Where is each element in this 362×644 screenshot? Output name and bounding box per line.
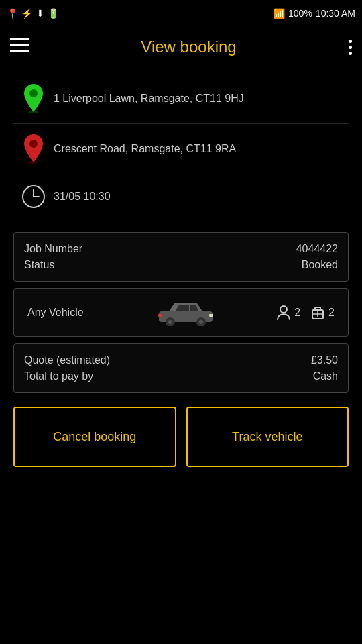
track-vehicle-button[interactable]: Track vehicle: [186, 407, 349, 467]
passengers-meta: 2: [276, 305, 300, 321]
svg-point-17: [280, 306, 287, 313]
svg-point-12: [168, 320, 172, 324]
dropoff-icon: [13, 134, 54, 164]
wifi-icon: 📶: [274, 8, 285, 19]
more-button[interactable]: [349, 40, 352, 55]
dropoff-row: Crescent Road, Ramsgate, CT11 9RA: [13, 124, 349, 174]
cancel-booking-button[interactable]: Cancel booking: [13, 407, 176, 467]
time-display: 10:30 AM: [316, 8, 355, 19]
quote-card: Quote (estimated) £3.50 Total to pay by …: [13, 343, 349, 393]
job-number-label: Job Number: [24, 243, 82, 255]
status-bar: 📍 ⚡ ⬇ 🔋 📶 100% 10:30 AM: [0, 0, 362, 27]
svg-rect-15: [209, 314, 213, 317]
svg-rect-0: [10, 38, 29, 40]
payment-label: Total to pay by: [24, 370, 93, 382]
usb-icon: ⚡: [21, 8, 33, 19]
job-number-value: 4044422: [296, 243, 338, 255]
svg-point-4: [29, 89, 38, 97]
action-buttons: Cancel booking Track vehicle: [13, 407, 349, 467]
payment-value: Cash: [313, 370, 338, 382]
vehicle-name: Any Vehicle: [27, 307, 95, 319]
svg-rect-16: [158, 314, 162, 317]
quote-row: Quote (estimated) £3.50: [24, 354, 338, 366]
top-bar: View booking: [0, 27, 362, 67]
pickup-icon: [13, 84, 54, 113]
dropoff-address: Crescent Road, Ramsgate, CT11 9RA: [54, 143, 349, 155]
pickup-row: 1 Liverpool Lawn, Ramsgate, CT11 9HJ: [13, 74, 349, 124]
quote-label: Quote (estimated): [24, 354, 110, 366]
status-value: Booked: [302, 259, 338, 271]
svg-point-14: [199, 320, 203, 324]
svg-point-6: [29, 140, 38, 148]
download-icon: ⬇: [36, 8, 44, 19]
svg-rect-19: [315, 307, 320, 310]
luggage-count: 2: [328, 307, 335, 319]
svg-rect-1: [10, 44, 29, 46]
pickup-address: 1 Liverpool Lawn, Ramsgate, CT11 9HJ: [54, 93, 349, 105]
svg-rect-2: [10, 50, 29, 52]
passengers-count: 2: [294, 307, 300, 319]
menu-button[interactable]: [10, 38, 29, 56]
datetime-row: 31/05 10:30: [13, 174, 349, 219]
clock-icon: [13, 184, 54, 209]
booking-datetime: 31/05 10:30: [54, 191, 349, 203]
battery-icon: 🔋: [48, 8, 59, 19]
vehicle-card: Any Vehicle 2: [13, 288, 349, 337]
location-status-icon: 📍: [7, 8, 18, 19]
car-icon: [95, 299, 276, 326]
status-label: Status: [24, 259, 54, 271]
info-section: 1 Liverpool Lawn, Ramsgate, CT11 9HJ Cre…: [0, 67, 362, 225]
vehicle-meta: 2 2: [276, 305, 335, 321]
booking-card: Job Number 4044422 Status Booked: [13, 232, 349, 282]
battery-percent: 100%: [288, 8, 312, 19]
job-number-row: Job Number 4044422: [24, 243, 338, 255]
luggage-meta: 2: [310, 305, 335, 321]
quote-value: £3.50: [311, 354, 338, 366]
payment-row: Total to pay by Cash: [24, 370, 338, 382]
status-icons-left: 📍 ⚡ ⬇ 🔋: [7, 8, 59, 19]
status-right: 📶 100% 10:30 AM: [274, 8, 355, 19]
status-row: Status Booked: [24, 259, 338, 271]
page-title: View booking: [141, 38, 236, 56]
